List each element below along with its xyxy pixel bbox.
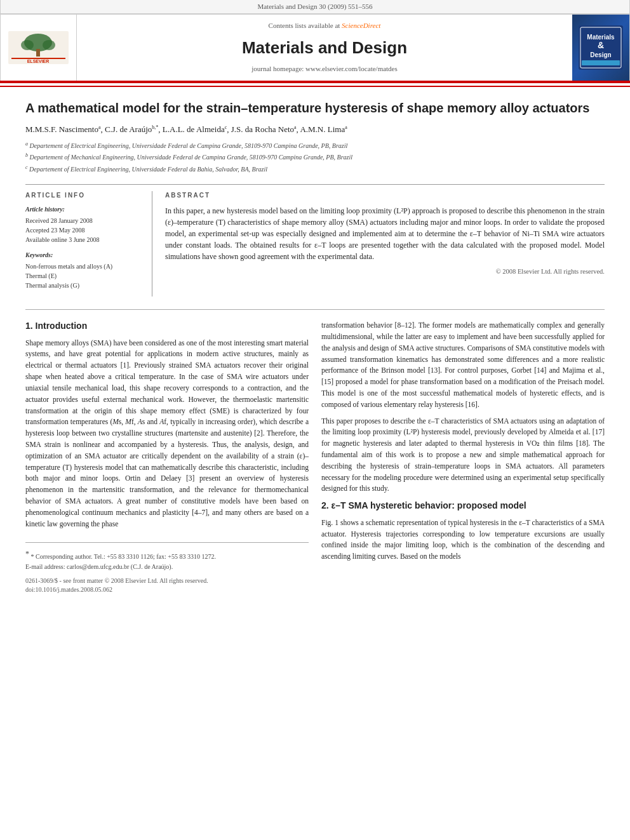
author-araujo-sup: b,*: [152, 124, 158, 130]
abstract-label: ABSTRACT: [165, 191, 605, 200]
svg-point-4: [43, 40, 55, 50]
author-almeida-sup: c: [225, 124, 227, 130]
author-rocha: J.S. da Rocha Neto: [231, 124, 294, 134]
sciencedirect-text: Contents lists available at: [269, 22, 340, 29]
keyword-3: Thermal analysis (G): [25, 281, 142, 290]
right-paragraph-1: transformation behavior [8–12]. The form…: [321, 320, 605, 411]
sciencedirect-link[interactable]: ScienceDirect: [342, 22, 380, 29]
keyword-2: Thermal (E): [25, 271, 142, 281]
available-text: Available online 3 June 2008: [25, 235, 142, 244]
author-lima: A.M.N. Lima: [300, 124, 345, 134]
elsevier-logo-image: ELSEVIER: [7, 30, 70, 65]
affil-a: a Departement of Electrical Engineering,…: [25, 140, 605, 150]
affil-a-text: Departement of Electrical Engineering, U…: [30, 142, 348, 149]
svg-text:Design: Design: [590, 51, 611, 58]
affil-c: c Departement of Electrical Engineering,…: [25, 164, 605, 174]
info-abstract-row: ARTICLE INFO Article history: Received 2…: [25, 184, 605, 297]
affiliations-section: a Departement of Electrical Engineering,…: [25, 140, 605, 174]
keywords-label: Keywords:: [25, 251, 142, 260]
affil-b-text: Departement of Mechanical Engineering, U…: [30, 154, 353, 161]
author-rocha-sup: a: [294, 124, 297, 130]
section-divider: [25, 309, 605, 310]
red-divider-bar: [0, 81, 630, 83]
author-nascimento-sup: a: [98, 124, 101, 130]
article-content: A mathematical model for the strain–temp…: [0, 87, 630, 607]
journal-logo-box-right: Materials & Design: [572, 15, 629, 80]
ids-line-2: doi:10.1016/j.matdes.2008.05.062: [25, 585, 309, 594]
affil-b: b Departement of Mechanical Engineering,…: [25, 152, 605, 162]
ids-line-1: 0261-3069/$ - see front matter © 2008 El…: [25, 577, 309, 585]
history-label: Article history:: [25, 205, 142, 214]
body-columns: 1. Introduction Shape memory alloys (SMA…: [25, 320, 605, 594]
author-lima-sup: a: [345, 124, 347, 130]
footnotes-section: * * Corresponding author. Tel.: +55 83 3…: [25, 542, 309, 594]
author-nascimento: M.M.S.F. Nascimento: [25, 124, 98, 134]
sciencedirect-bar: Contents lists available at ScienceDirec…: [269, 21, 381, 30]
copyright-text: © 2008 Elsevier Ltd. All rights reserved…: [165, 267, 605, 277]
intro-heading: 1. Introduction: [25, 320, 309, 333]
svg-text:&: &: [598, 40, 604, 50]
right-paragraph-2: This paper proposes to describe the ε–T …: [321, 416, 605, 495]
journal-meta-text: Materials and Design 30 (2009) 551–556: [257, 3, 372, 10]
section2-paragraph-1: Fig. 1 shows a schematic representation …: [321, 517, 605, 563]
abstract-text: In this paper, a new hysteresis model ba…: [165, 205, 605, 262]
right-body-column: transformation behavior [8–12]. The form…: [321, 320, 605, 594]
article-info-column: ARTICLE INFO Article history: Received 2…: [25, 191, 152, 297]
footnote-star-symbol: *: [25, 549, 29, 558]
journal-top-bar: ELSEVIER Contents lists available at Sci…: [0, 14, 630, 80]
author-araujo: C.J. de Araújo: [105, 124, 152, 134]
journal-homepage: journal homepage: www.elsevier.com/locat…: [251, 64, 398, 74]
journal-center: Contents lists available at ScienceDirec…: [77, 15, 572, 80]
article-title: A mathematical model for the strain–temp…: [25, 100, 605, 116]
article-info-label: ARTICLE INFO: [25, 191, 142, 200]
section2-heading: 2. ε–T SMA hysteretic behavior: proposed…: [321, 500, 605, 512]
footnote-email-text: E-mail address: carlos@dem.ufcg.edu.br (…: [25, 563, 173, 570]
affil-c-text: Departement of Electrical Engineering, U…: [29, 166, 267, 173]
article-history: Article history: Received 28 January 200…: [25, 205, 142, 244]
journal-header: Materials and Design 30 (2009) 551–556 E…: [0, 0, 630, 87]
author-almeida: L.A.L. de Almeida: [163, 124, 225, 134]
footnote-email-line: E-mail address: carlos@dem.ufcg.edu.br (…: [25, 562, 309, 571]
received-text: Received 28 January 2008: [25, 216, 142, 225]
journal-meta-line: Materials and Design 30 (2009) 551–556: [0, 0, 630, 14]
elsevier-logo-box: ELSEVIER: [1, 15, 77, 80]
svg-point-3: [21, 40, 34, 50]
svg-rect-2: [36, 49, 40, 57]
journal-name-heading: Materials and Design: [242, 36, 407, 59]
left-body-column: 1. Introduction Shape memory alloys (SMA…: [25, 320, 309, 594]
bottom-ids: 0261-3069/$ - see front matter © 2008 El…: [25, 577, 309, 594]
intro-paragraph-1: Shape memory alloys (SMA) have been cons…: [25, 338, 309, 530]
keyword-1: Non-ferrous metals and alloys (A): [25, 262, 142, 271]
accepted-text: Accepted 23 May 2008: [25, 225, 142, 235]
footnote-star-text: * Corresponding author. Tel.: +55 83 331…: [31, 554, 216, 561]
footnote-star-line: * * Corresponding author. Tel.: +55 83 3…: [25, 548, 309, 561]
keywords-section: Keywords: Non-ferrous metals and alloys …: [25, 251, 142, 290]
svg-rect-12: [582, 60, 620, 65]
authors-line: M.M.S.F. Nascimentoa, C.J. de Araújob,*,…: [25, 124, 605, 136]
svg-text:ELSEVIER: ELSEVIER: [27, 59, 50, 63]
abstract-column: ABSTRACT In this paper, a new hysteresis…: [165, 191, 605, 297]
